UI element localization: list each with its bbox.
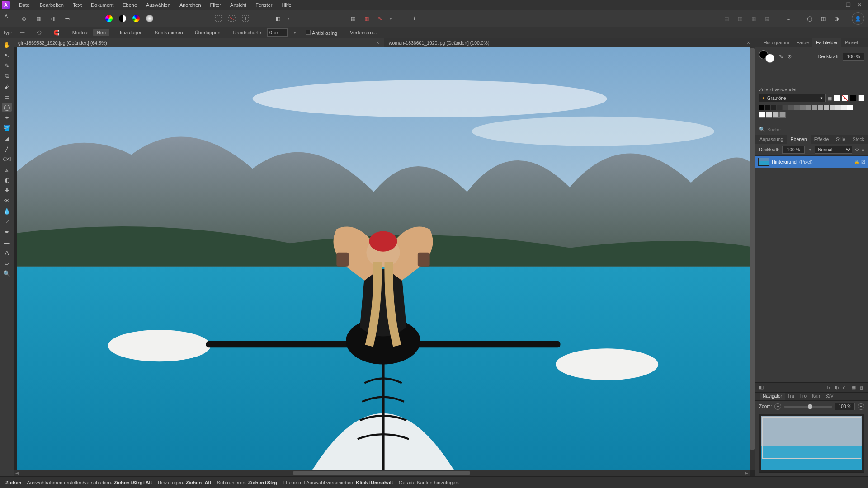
swatch-view-grid-icon[interactable]: ▦	[827, 95, 832, 101]
blend-mode-select[interactable]: Normal	[815, 146, 852, 154]
tab-effekte[interactable]: Effekte	[811, 135, 833, 144]
opacity-dropdown-icon[interactable]: ▼	[808, 148, 812, 152]
hand-tool-icon[interactable]: ✋	[2, 40, 12, 49]
add-swatch-current[interactable]	[858, 95, 864, 101]
view-dropdown-icon[interactable]: ▼	[389, 17, 392, 21]
scrollbar-vertical[interactable]	[750, 47, 755, 470]
menu-hilfe[interactable]: Hilfe	[277, 1, 296, 9]
swatch[interactable]	[818, 105, 823, 110]
account-icon[interactable]: 👤	[852, 12, 864, 25]
paintbrush-tool-icon[interactable]: 〳	[2, 144, 12, 153]
tab-stile[interactable]: Stile	[832, 135, 849, 144]
arrange-icon[interactable]: ≡	[783, 13, 794, 24]
clone-tool-icon[interactable]: ⟁	[2, 165, 12, 174]
tab-pro[interactable]: Pro	[797, 393, 809, 400]
swatch[interactable]	[777, 105, 782, 110]
swatch[interactable]	[783, 105, 788, 110]
palette-dropdown[interactable]: ▲ Grautöne ▼	[759, 94, 826, 102]
layer-fx-icon[interactable]: fx	[827, 385, 831, 390]
quickmask-dropdown-icon[interactable]: ▼	[287, 17, 290, 21]
layer-lock-icon[interactable]: 🔒	[854, 160, 859, 164]
grid-view-icon[interactable]: ▦	[347, 13, 359, 24]
menu-text[interactable]: Text	[68, 1, 86, 9]
swatch[interactable]	[773, 112, 779, 118]
tab-tra[interactable]: Tra	[785, 393, 797, 400]
rectangle-tool-icon[interactable]: ▬	[2, 238, 12, 247]
color-wheel-icon[interactable]	[103, 13, 115, 24]
marquee-tool-icon[interactable]: ▭	[2, 92, 12, 101]
color-opacity-input[interactable]	[843, 53, 864, 61]
color-picker-tool-icon[interactable]: ✎	[2, 61, 12, 70]
layer-adjust-icon[interactable]: ◐	[835, 385, 839, 390]
move-tool-icon[interactable]: ↖	[2, 51, 12, 60]
zoom-in-button[interactable]: +	[858, 403, 864, 410]
window-maximize-icon[interactable]: ❐	[846, 2, 851, 8]
type-magnetic-icon[interactable]: 🧲	[50, 29, 63, 37]
add-swatch-black[interactable]	[850, 95, 856, 101]
flood-fill-tool-icon[interactable]: 🪣	[2, 123, 12, 132]
menu-datei[interactable]: Datei	[14, 1, 35, 9]
search-input[interactable]	[767, 127, 864, 132]
window-minimize-icon[interactable]: —	[834, 2, 840, 8]
export-persona-icon[interactable]: ⮪	[61, 13, 73, 24]
menu-anordnen[interactable]: Anordnen	[175, 1, 206, 9]
tab-32v[interactable]: 32V	[823, 393, 836, 400]
freehand-selection-tool-icon[interactable]: ◯	[2, 103, 12, 112]
layer-delete-icon[interactable]: 🗑	[859, 385, 864, 390]
selection-cross-icon[interactable]	[226, 13, 238, 24]
layer-more-icon[interactable]: ≡	[862, 147, 864, 152]
snap-icon[interactable]: ◯	[804, 13, 816, 24]
eyedropper-icon[interactable]: ✎	[779, 54, 783, 60]
selection-brush-tool-icon[interactable]: 🖌	[2, 82, 12, 91]
hsl-adjust-icon[interactable]	[130, 13, 142, 24]
tab-navigator[interactable]: Navigator	[760, 393, 785, 400]
tab-histogramm[interactable]: Histogramm	[760, 38, 793, 47]
layer-row-hintergrund[interactable]: Hintergrund (Pixel) 🔒 ☑	[755, 156, 868, 168]
feather-dropdown-icon[interactable]: ▼	[293, 31, 297, 35]
zoom-out-button[interactable]: −	[774, 403, 781, 410]
window-close-icon[interactable]: ✕	[857, 2, 862, 8]
type-polygon-icon[interactable]: ⬠	[33, 29, 45, 37]
menu-auswaehlen[interactable]: Auswählen	[142, 1, 175, 9]
align-right-icon[interactable]: ▦	[748, 13, 760, 24]
navigator-viewport-rect[interactable]	[762, 417, 861, 459]
swatch[interactable]	[771, 105, 776, 110]
layer-opacity-input[interactable]	[782, 146, 805, 154]
snap2-icon[interactable]: ◫	[817, 13, 829, 24]
refine-button[interactable]: Verfeinern...	[346, 29, 380, 36]
menu-fenster[interactable]: Fenster	[251, 1, 277, 9]
swatch[interactable]	[830, 105, 835, 110]
document-tab-2[interactable]: woman-1836601_1920.jpg [Geändert] (100.0…	[384, 38, 755, 47]
dodge-tool-icon[interactable]: ◐	[2, 175, 12, 184]
navigator-preview[interactable]	[759, 414, 864, 473]
swatch[interactable]	[759, 105, 764, 110]
redeye-tool-icon[interactable]: 👁	[2, 196, 12, 205]
swatch[interactable]	[759, 112, 765, 118]
crop-tool-icon[interactable]: ⧉	[2, 71, 12, 80]
inpaint-tool-icon[interactable]: ✚	[2, 186, 12, 195]
tab-farbe[interactable]: Farbe	[793, 38, 812, 47]
antialias-checkbox[interactable]	[306, 30, 311, 35]
fg-bg-swatch[interactable]	[759, 50, 774, 63]
mirror-view-icon[interactable]: ✎	[374, 13, 386, 24]
add-swatch-white[interactable]	[834, 95, 840, 101]
menu-filter[interactable]: Filter	[206, 1, 226, 9]
swatch[interactable]	[847, 105, 853, 110]
align-center-icon[interactable]: ▥	[734, 13, 746, 24]
none-color-icon[interactable]: ⊘	[788, 54, 792, 60]
feather-input[interactable]	[267, 28, 288, 37]
scroll-left-icon[interactable]: ◀	[14, 471, 20, 475]
mode-add-button[interactable]: Hinzufügen	[114, 29, 146, 36]
scroll-right-icon[interactable]: ▶	[743, 471, 750, 475]
mesh-tool-icon[interactable]: ⟋	[2, 217, 12, 226]
swatch[interactable]	[841, 105, 847, 110]
type-freehand-icon[interactable]: 〰	[17, 29, 29, 36]
quickmask-icon[interactable]: ◧	[272, 13, 284, 24]
align-left-icon[interactable]: ▤	[721, 13, 732, 24]
mode-new-button[interactable]: Neu	[93, 29, 109, 36]
swatch[interactable]	[794, 105, 800, 110]
blur-tool-icon[interactable]: 💧	[2, 206, 12, 216]
swatch[interactable]	[806, 105, 811, 110]
menu-ansicht[interactable]: Ansicht	[226, 1, 251, 9]
menu-dokument[interactable]: Dokument	[86, 1, 118, 9]
